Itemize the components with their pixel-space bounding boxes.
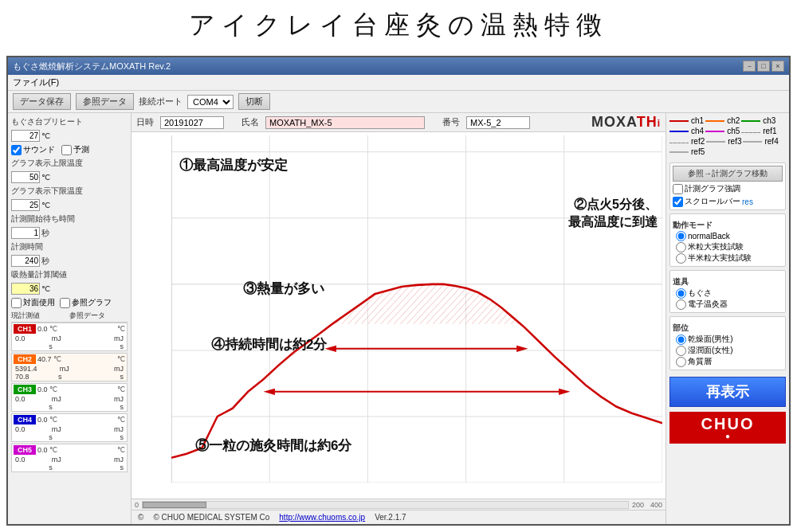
moxath-logo: MOXATHi bbox=[591, 114, 661, 131]
window-controls: － □ × bbox=[743, 61, 784, 72]
part-wet[interactable]: 湿潤面(女性) bbox=[676, 345, 783, 356]
file-menu[interactable]: ファイル(F) bbox=[13, 76, 59, 88]
tool-mugusa[interactable]: もぐさ bbox=[676, 288, 783, 299]
chart-svg: 50 45 40 35 30 25 0 48 96 144 192 240 bbox=[171, 135, 662, 483]
scrollbar-end: 200 bbox=[632, 501, 644, 509]
sound-checkbox[interactable] bbox=[11, 145, 22, 155]
ref-data-button[interactable]: 参照データ bbox=[76, 93, 134, 110]
scrollbar-track[interactable] bbox=[142, 501, 629, 509]
graph-upper-row: グラフ表示上限温度 bbox=[11, 158, 128, 169]
measure-time-unit: 秒 bbox=[41, 256, 49, 267]
url-text: http://www.chuoms.co.jp bbox=[279, 513, 365, 522]
measure-time-input[interactable] bbox=[11, 255, 40, 267]
measure-time-label: 計測時間 bbox=[11, 241, 43, 252]
sound-checkbox-label[interactable]: サウンド bbox=[11, 144, 55, 155]
ch5-sec-row: ss bbox=[12, 464, 127, 471]
scrollbar-checkbox[interactable] bbox=[673, 197, 683, 207]
graph-upper-label: グラフ表示上限温度 bbox=[11, 158, 83, 169]
left-panel: もぐさ台プリヒート ℃ サウンド 予測 グラフ表示上限温度 bbox=[8, 113, 132, 524]
annotation-5: ⑤一粒の施灸時間は約6分 bbox=[195, 436, 351, 455]
ch2-label: CH2 bbox=[14, 354, 36, 364]
number-label: 番号 bbox=[442, 116, 460, 128]
close-button[interactable]: × bbox=[771, 61, 784, 72]
calc-graph-checkbox[interactable] bbox=[673, 184, 683, 194]
scrollbar-label: スクロールバー bbox=[685, 196, 740, 207]
part-dry[interactable]: 乾燥面(男性) bbox=[676, 334, 783, 345]
name-input[interactable] bbox=[265, 116, 425, 129]
ch3-sec-row: ss bbox=[12, 403, 127, 411]
heat-calc-input[interactable] bbox=[11, 283, 40, 295]
counter-checkbox[interactable] bbox=[11, 298, 22, 308]
reshow-button[interactable]: 再表示 bbox=[669, 377, 786, 407]
mode-normalback[interactable]: normalBack bbox=[676, 231, 783, 241]
annotation-3: ③熱量が多い bbox=[243, 280, 324, 298]
legend-ch1: ch1 bbox=[669, 116, 704, 125]
legend-ref3: ref3 bbox=[706, 137, 741, 146]
minimize-button[interactable]: － bbox=[743, 61, 756, 72]
legend-ch3: ch3 bbox=[741, 116, 775, 125]
tool-electro[interactable]: 電子温灸器 bbox=[676, 299, 783, 310]
calc-graph-row: 計測グラフ強調 bbox=[673, 183, 783, 194]
maximize-button[interactable]: □ bbox=[757, 61, 770, 72]
heat-calc-label: 吸熱量計算閾値 bbox=[11, 269, 67, 280]
ch4-box: CH4 0.0 ℃ ℃ 0.0mJmJ ss bbox=[11, 413, 128, 442]
legend-ch2: ch2 bbox=[705, 116, 740, 125]
toolbar: データ保存 参照データ 接続ポート COM4 切断 bbox=[8, 91, 789, 113]
x-scrollbar[interactable]: 0 200 400 bbox=[132, 499, 665, 510]
graph-lower-input[interactable] bbox=[11, 199, 40, 211]
save-button[interactable]: データ保存 bbox=[13, 93, 71, 110]
ch5-temp: 0.0 bbox=[37, 446, 48, 454]
annotation-2: ②点火5分後、最高温度に到達 bbox=[568, 196, 658, 232]
tool-group: 道具 もぐさ 電子温灸器 bbox=[669, 270, 786, 313]
ch2-box: CH2 40.7 ℃ ℃ 5391.4mJmJ 70.8ss bbox=[11, 353, 128, 381]
scrollbar-thumb[interactable] bbox=[143, 502, 206, 508]
action-mode-label: 動作モード bbox=[673, 220, 783, 231]
mugusa-preheat-input[interactable] bbox=[11, 130, 40, 142]
window-title: もぐさ燃焼解析システムMOXATH Rev.2 bbox=[13, 61, 171, 72]
ref-label: 参照データ bbox=[69, 311, 128, 321]
tool-label: 道具 bbox=[673, 276, 783, 288]
predict-checkbox[interactable] bbox=[61, 145, 72, 155]
scrollbar-res: res bbox=[742, 198, 753, 206]
ch1-mj-row: 0.0mJmJ bbox=[12, 334, 127, 342]
main-window: もぐさ燃焼解析システムMOXATH Rev.2 － □ × ファイル(F) デー… bbox=[6, 56, 791, 526]
number-input[interactable] bbox=[466, 116, 530, 129]
predict-checkbox-label[interactable]: 予測 bbox=[61, 144, 89, 155]
action-mode-group: 動作モード normalBack 米粒大実技試験 半米粒大実技試験 bbox=[669, 213, 786, 267]
menu-bar: ファイル(F) bbox=[8, 75, 789, 91]
graph-lower-unit: ℃ bbox=[41, 201, 50, 209]
mugusa-preheat-unit: ℃ bbox=[41, 131, 50, 140]
port-select[interactable]: COM4 bbox=[187, 95, 234, 109]
mode-hankomekotsu[interactable]: 半米粒大実技試験 bbox=[676, 252, 783, 264]
graph-upper-input[interactable] bbox=[11, 171, 40, 183]
legend-area: ch1 ch2 ch3 ch4 ch5 bbox=[669, 116, 786, 156]
ch4-mj-row: 0.0mJmJ bbox=[12, 425, 127, 433]
ch3-temp: 0.0 bbox=[37, 385, 48, 393]
measure-time-row: 計測時間 bbox=[11, 241, 128, 252]
chart-area: 日時 氏名 番号 MOXATHi bbox=[132, 113, 665, 524]
scrollbar-label: 0 bbox=[135, 501, 139, 509]
part-keratine[interactable]: 角質層 bbox=[676, 356, 783, 367]
ch3-label: CH3 bbox=[14, 385, 36, 394]
ch1-box: CH1 0.0 ℃ ℃ 0.0mJmJ ss bbox=[11, 323, 128, 351]
measure-wait-row: 計測開始待ち時間 bbox=[11, 213, 128, 225]
legend-ref2: ref2 bbox=[669, 137, 705, 146]
window-title-bar: もぐさ燃焼解析システムMOXATH Rev.2 － □ × bbox=[8, 57, 789, 75]
port-label: 接続ポート bbox=[139, 96, 183, 108]
ref-graph-checkbox-label[interactable]: 参照グラフ bbox=[60, 297, 112, 308]
ch1-temp: 0.0 bbox=[37, 325, 48, 333]
ch5-label: CH5 bbox=[14, 445, 36, 455]
company-name: © CHUO MEDICAL SYSTEM Co bbox=[153, 513, 269, 522]
ref-graph-checkbox[interactable] bbox=[60, 298, 70, 308]
date-bar: 日時 氏名 番号 MOXATHi bbox=[132, 113, 665, 132]
ch2-mj-row: 5391.4mJmJ bbox=[12, 365, 127, 373]
date-input[interactable] bbox=[160, 116, 224, 129]
graph-lower-row: グラフ表示下限温度 bbox=[11, 186, 128, 197]
chart-container: 50 45 40 35 30 25 0 48 96 144 192 240 bbox=[132, 132, 665, 499]
mode-komekotsu[interactable]: 米粒大実技試験 bbox=[676, 241, 783, 252]
date-label: 日時 bbox=[136, 116, 154, 128]
disconnect-button[interactable]: 切断 bbox=[238, 93, 270, 110]
ref-graph-move-button[interactable]: 参照→計測グラフ移動 bbox=[673, 166, 783, 182]
measure-wait-input[interactable] bbox=[11, 227, 40, 239]
counter-checkbox-label[interactable]: 対面使用 bbox=[11, 297, 55, 308]
